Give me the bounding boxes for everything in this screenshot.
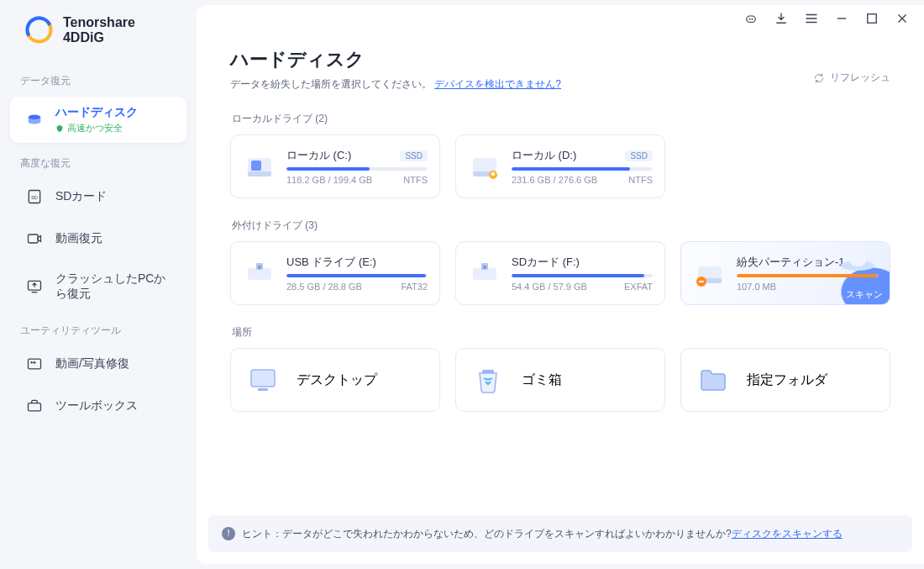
drive-usb-e[interactable]: USB ドライブ (E:) 28.5 GB / 28.8 GBFAT32 (230, 241, 440, 305)
nav-crash-pc[interactable]: クラッシュしたPCから復元 (10, 263, 186, 310)
drive-icon (243, 150, 276, 183)
drive-local-c[interactable]: ローカル (C:)SSD 118.2 GB / 199.4 GBNTFS (230, 134, 440, 198)
svg-rect-17 (251, 161, 261, 171)
svg-rect-26 (473, 268, 496, 280)
nav-hard-disk-sub-text: 高速かつ安全 (67, 122, 123, 134)
hint-link[interactable]: ディスクをスキャンする (732, 528, 843, 540)
app-logo-row: Tenorshare 4DDiG (0, 15, 197, 64)
svg-point-1 (25, 16, 53, 44)
svg-point-25 (258, 266, 261, 269)
close-icon[interactable] (894, 10, 911, 27)
nav-hard-disk-sub: 高速かつ安全 (55, 122, 138, 134)
drive-fs: NTFS (628, 175, 653, 185)
hint-text-wrap: ヒント：データがどこで失われたかわからないため、どのドライブをスキャンすればよい… (242, 525, 843, 542)
locations-label: 場所 (232, 325, 890, 340)
nav-hard-disk[interactable]: ハードディスク 高速かつ安全 (10, 97, 186, 143)
svg-rect-22 (491, 172, 495, 176)
drive-size: 107.0 MB (737, 282, 776, 292)
svg-rect-10 (29, 403, 41, 411)
location-folder-label: 指定フォルダ (747, 371, 827, 389)
ufo-decoration-icon (837, 250, 878, 276)
drive-name: ローカル (D:) (512, 148, 576, 163)
svg-rect-11 (747, 16, 756, 23)
drive-fs: EXFAT (624, 282, 653, 292)
svg-point-9 (30, 361, 33, 364)
drive-size: 28.5 GB / 28.8 GB (286, 282, 362, 292)
robot-icon[interactable] (743, 10, 759, 27)
nav-hard-disk-label: ハードディスク (55, 105, 138, 120)
svg-rect-36 (258, 388, 268, 391)
location-desktop[interactable]: デスクトップ (230, 348, 440, 412)
refresh-label: リフレッシュ (830, 71, 890, 85)
svg-rect-37 (482, 370, 494, 373)
nav-video-recovery[interactable]: 動画復元 (10, 221, 186, 256)
device-detect-link[interactable]: デバイスを検出できません? (434, 78, 561, 90)
drive-size: 118.2 GB / 199.4 GB (286, 175, 372, 185)
menu-icon[interactable] (803, 10, 820, 27)
drive-fs: FAT32 (401, 282, 428, 292)
drive-name: 紛失パーティション-1 (737, 255, 845, 270)
nav-toolbox[interactable]: ツールボックス (10, 388, 186, 424)
svg-point-12 (749, 18, 751, 20)
svg-rect-32 (699, 281, 704, 282)
ssd-badge: SSD (625, 150, 653, 161)
maximize-icon[interactable] (864, 10, 880, 27)
location-trash[interactable]: ゴミ箱 (455, 348, 665, 412)
content-area: ハードディスク データを紛失した場所を選択してください。 デバイスを検出できませ… (197, 5, 924, 515)
sd-icon (468, 256, 501, 290)
folder-icon (696, 363, 730, 397)
minimize-icon[interactable] (833, 10, 850, 27)
nav-crash-pc-label: クラッシュしたPCから復元 (55, 271, 171, 302)
page-subtitle-text: データを紛失した場所を選択してください。 (230, 78, 432, 90)
drive-sd-f[interactable]: SDカード (F:) 54.4 GB / 57.9 GBEXFAT (455, 241, 665, 305)
svg-point-13 (752, 18, 753, 20)
svg-rect-18 (248, 171, 271, 176)
drive-local-d[interactable]: ローカル (D:)SSD 231.6 GB / 276.6 GBNTFS (455, 134, 665, 198)
drive-lost-partition[interactable]: 紛失パーティション-1 107.0 MB スキャン (680, 241, 890, 305)
location-folder[interactable]: 指定フォルダ (680, 348, 890, 412)
section-data-recovery: データ復元 (0, 69, 197, 93)
svg-rect-15 (868, 14, 877, 24)
drive-name: USB ドライブ (E:) (286, 255, 376, 270)
page-title: ハードディスク (230, 47, 890, 72)
svg-rect-5 (29, 234, 39, 243)
local-drives-row: ローカル (C:)SSD 118.2 GB / 199.4 GBNTFS ローカ… (230, 134, 890, 198)
drive-name: SDカード (F:) (512, 255, 580, 270)
nav-repair-label: 動画/写真修復 (55, 356, 129, 371)
lost-partition-icon (693, 256, 727, 290)
hint-text: ヒント：データがどこで失われたかわからないため、どのドライブをスキャンすればよい… (242, 528, 732, 540)
svg-text:SD: SD (31, 195, 38, 200)
hint-bar: ! ヒント：データがどこで失われたかわからないため、どのドライブをスキャンすれば… (208, 515, 912, 552)
download-icon[interactable] (773, 10, 790, 27)
hard-disk-icon (25, 111, 44, 129)
sd-card-icon: SD (25, 187, 44, 206)
nav-sd-card[interactable]: SD SDカード (10, 179, 186, 214)
app-logo-icon (25, 16, 53, 45)
app-name: Tenorshare 4DDiG (63, 15, 176, 45)
section-utility: ユーティリティツール (0, 319, 197, 343)
drive-size: 231.6 GB / 276.6 GB (512, 175, 597, 185)
drive-fs: NTFS (403, 175, 428, 185)
local-drives-label: ローカルドライブ (2) (232, 112, 890, 126)
drive-size: 54.4 GB / 57.9 GB (512, 282, 587, 292)
desktop-icon (246, 363, 280, 397)
section-advanced: 高度な復元 (0, 151, 197, 176)
refresh-button[interactable]: リフレッシュ (813, 71, 890, 85)
locations-row: デスクトップ ゴミ箱 指定フォルダ (230, 348, 890, 412)
sidebar: Tenorshare 4DDiG データ復元 ハードディスク 高速かつ安全 高度… (0, 0, 197, 569)
nav-video-label: 動画復元 (55, 231, 102, 246)
drive-icon (468, 150, 501, 183)
svg-rect-35 (251, 370, 275, 387)
toolbox-icon (25, 397, 44, 415)
info-icon: ! (222, 527, 235, 540)
location-desktop-label: デスクトップ (297, 371, 377, 389)
svg-point-0 (25, 16, 53, 44)
nav-toolbox-label: ツールボックス (55, 398, 138, 414)
svg-rect-23 (248, 268, 271, 280)
crash-pc-icon (25, 277, 44, 296)
svg-point-28 (483, 266, 486, 269)
video-icon (25, 229, 44, 248)
nav-repair[interactable]: 動画/写真修復 (10, 346, 186, 382)
drive-name: ローカル (C:) (286, 148, 351, 163)
main-panel: ハードディスク データを紛失した場所を選択してください。 デバイスを検出できませ… (197, 5, 924, 564)
